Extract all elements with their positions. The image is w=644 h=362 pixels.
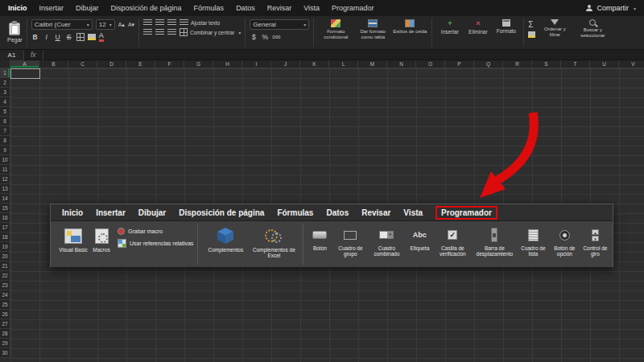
overlay-tab-inicio[interactable]: Inicio bbox=[62, 208, 83, 217]
overlay-tab-vista[interactable]: Vista bbox=[403, 208, 423, 217]
button-control[interactable]: Botón bbox=[308, 224, 332, 251]
number-format-select[interactable]: General ▾ bbox=[250, 19, 309, 30]
conditional-format-button[interactable]: Formato condicional bbox=[318, 19, 353, 40]
row-header[interactable]: 28 bbox=[0, 329, 10, 339]
menu-tab-formulas[interactable]: Fórmulas bbox=[194, 4, 225, 12]
column-header[interactable]: C bbox=[68, 60, 97, 68]
borders-button[interactable] bbox=[76, 33, 85, 41]
paste-button[interactable]: Pegar bbox=[7, 23, 23, 43]
column-header[interactable]: J bbox=[271, 60, 300, 68]
row-header[interactable]: 12 bbox=[0, 175, 10, 184]
relative-references-button[interactable]: Usar referencias relativas bbox=[118, 239, 193, 248]
name-box[interactable]: A1 bbox=[0, 50, 24, 60]
formula-input[interactable] bbox=[43, 50, 644, 60]
column-header[interactable]: S bbox=[532, 60, 561, 68]
align-left-button[interactable] bbox=[143, 29, 152, 35]
column-header[interactable]: P bbox=[445, 60, 474, 68]
percent-button[interactable]: % bbox=[261, 32, 269, 42]
overlay-tab-programador[interactable]: Programador bbox=[436, 206, 497, 220]
row-header[interactable]: 23 bbox=[0, 281, 10, 290]
row-header[interactable]: 24 bbox=[0, 290, 10, 300]
column-header[interactable]: V bbox=[619, 60, 644, 68]
column-header[interactable]: I bbox=[242, 60, 271, 68]
list-box-control[interactable]: Cuadro de lista bbox=[518, 224, 547, 257]
font-color-button[interactable]: A bbox=[99, 32, 104, 42]
column-header[interactable]: M bbox=[358, 60, 387, 68]
label-control[interactable]: Abc Etiqueta bbox=[407, 224, 432, 251]
active-cell-a1[interactable] bbox=[10, 68, 40, 79]
decrease-font-button[interactable]: A▾ bbox=[128, 22, 134, 28]
row-header[interactable]: 13 bbox=[0, 184, 10, 194]
row-header[interactable]: 10 bbox=[0, 155, 10, 165]
row-header[interactable]: 2 bbox=[0, 78, 10, 88]
sort-filter-button[interactable]: Ordenar y filtrar bbox=[539, 19, 571, 38]
wrap-text-button[interactable]: Ajustar texto bbox=[180, 19, 220, 26]
select-all-corner[interactable] bbox=[0, 60, 10, 68]
column-header[interactable]: A bbox=[10, 60, 39, 68]
row-header[interactable]: 20 bbox=[0, 252, 10, 261]
menu-tab-vista[interactable]: Vista bbox=[303, 4, 320, 12]
italic-button[interactable]: I bbox=[43, 32, 51, 42]
fill-down-button[interactable] bbox=[528, 31, 535, 38]
column-header[interactable]: L bbox=[329, 60, 358, 68]
overlay-tab-disposicion[interactable]: Disposición de página bbox=[179, 208, 264, 217]
font-size-select[interactable]: 12 ▾ bbox=[96, 19, 115, 30]
overlay-tab-insertar[interactable]: Insertar bbox=[96, 208, 126, 217]
column-header[interactable]: F bbox=[155, 60, 184, 68]
insert-function-icon[interactable]: fx bbox=[24, 50, 43, 60]
row-header[interactable]: 19 bbox=[0, 242, 10, 252]
column-header[interactable]: B bbox=[39, 60, 68, 68]
column-header[interactable]: N bbox=[387, 60, 416, 68]
row-header[interactable]: 29 bbox=[0, 339, 10, 348]
align-bottom-button[interactable] bbox=[167, 19, 176, 26]
column-header[interactable]: Q bbox=[474, 60, 503, 68]
row-header[interactable]: 1 bbox=[0, 68, 10, 78]
column-header[interactable]: K bbox=[300, 60, 329, 68]
cell-styles-button[interactable]: Estilos de celda bbox=[392, 19, 427, 35]
overlay-tab-datos[interactable]: Datos bbox=[326, 208, 349, 217]
group-box-control[interactable]: Cuadro de grupo bbox=[334, 224, 366, 257]
column-header[interactable]: E bbox=[126, 60, 155, 68]
strikethrough-button[interactable]: S bbox=[65, 32, 73, 42]
scrollbar-control[interactable]: Barra de desplazamiento bbox=[473, 224, 516, 257]
row-header[interactable]: 25 bbox=[0, 300, 10, 310]
menu-tab-programador[interactable]: Programador bbox=[332, 4, 374, 12]
combo-box-control[interactable]: Cuadro combinado bbox=[369, 224, 404, 257]
fill-color-button[interactable] bbox=[88, 34, 96, 40]
addins-button[interactable]: Complementos bbox=[202, 224, 249, 253]
menu-tab-revisar[interactable]: Revisar bbox=[267, 4, 292, 12]
align-top-button[interactable] bbox=[143, 19, 152, 26]
align-center-button[interactable] bbox=[155, 29, 164, 35]
overlay-tab-dibujar[interactable]: Dibujar bbox=[138, 208, 166, 217]
menu-tab-datos[interactable]: Datos bbox=[236, 4, 255, 12]
row-header[interactable]: 15 bbox=[0, 204, 10, 213]
delete-cells-button[interactable]: × Eliminar bbox=[464, 19, 491, 35]
row-header[interactable]: 16 bbox=[0, 213, 10, 223]
row-header[interactable]: 21 bbox=[0, 261, 10, 271]
row-header[interactable]: 30 bbox=[0, 348, 10, 358]
row-header[interactable]: 7 bbox=[0, 126, 10, 136]
format-as-table-button[interactable]: Dar formato como tabla bbox=[355, 19, 390, 40]
row-header[interactable]: 27 bbox=[0, 319, 10, 329]
autosum-button[interactable]: Σ bbox=[528, 21, 535, 29]
find-select-button[interactable]: Buscar y seleccionar bbox=[574, 19, 611, 39]
underline-button[interactable]: U bbox=[54, 32, 62, 42]
column-header[interactable]: R bbox=[503, 60, 532, 68]
menu-tab-disposicion[interactable]: Disposición de página bbox=[111, 4, 182, 12]
column-header[interactable]: G bbox=[184, 60, 213, 68]
row-header[interactable]: 18 bbox=[0, 232, 10, 242]
increase-font-button[interactable]: A▴ bbox=[118, 22, 125, 28]
row-header[interactable]: 5 bbox=[0, 107, 10, 117]
menu-tab-dibujar[interactable]: Dibujar bbox=[76, 4, 99, 12]
bold-button[interactable]: B bbox=[31, 32, 39, 42]
column-header[interactable]: H bbox=[213, 60, 242, 68]
row-header[interactable]: 11 bbox=[0, 165, 10, 175]
option-button-control[interactable]: Botón de opción bbox=[550, 224, 579, 257]
menu-tab-insertar[interactable]: Insertar bbox=[39, 4, 64, 12]
row-header[interactable]: 6 bbox=[0, 117, 10, 126]
align-right-button[interactable] bbox=[167, 29, 176, 35]
row-header[interactable]: 17 bbox=[0, 223, 10, 232]
visual-basic-button[interactable]: Visual Basic bbox=[58, 224, 89, 253]
currency-button[interactable]: $ bbox=[250, 32, 258, 42]
align-middle-button[interactable] bbox=[155, 19, 164, 26]
